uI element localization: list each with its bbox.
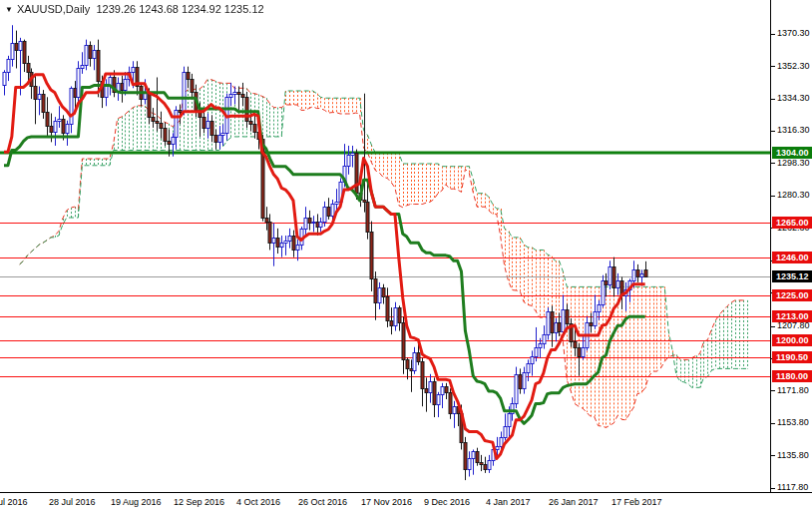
price-tick-label: 1171.80 [777,385,809,396]
date-label: 4 Jan 2017 [486,497,531,507]
price-tick-mark [771,390,775,391]
price-tick-mark [771,163,775,164]
date-label: 4 Oct 2016 [236,497,280,507]
price-level-badge: 1190.50 [772,351,812,363]
chart-title: ▼XAUUSD,Daily 1239.26 1243.68 1234.92 12… [5,3,264,15]
date-label: 9 Dec 2016 [424,497,470,507]
price-tick-label: 1135.80 [777,450,809,461]
date-label: 17 Nov 2016 [361,497,412,507]
price-level-badge: 1265.00 [772,217,812,229]
symbol-period-label: XAUUSD,Daily [17,3,90,15]
price-level-badge: 1213.00 [772,310,812,322]
price-tick-label: 1280.30 [777,190,810,201]
price-tick-mark [771,488,775,489]
price-level-badge: 1225.00 [772,289,812,301]
date-label: 26 Oct 2016 [298,497,347,507]
price-level-badge: 1246.00 [772,252,812,263]
chart-window: ▼XAUUSD,Daily 1239.26 1243.68 1234.92 12… [0,0,812,513]
price-tick-label: 1117.80 [777,482,808,493]
price-tick-label: 1352.30 [777,61,810,72]
time-axis[interactable]: 6 Jul 201628 Jul 201619 Aug 201612 Sep 2… [0,492,812,513]
price-tick-mark [771,34,775,35]
bid-price-badge: 1235.12 [772,270,812,282]
price-tick-mark [771,196,775,197]
price-tick-mark [771,455,775,456]
price-tick-label: 1298.30 [777,158,810,169]
date-label: 12 Sep 2016 [174,497,224,507]
price-tick-mark [771,131,775,132]
ohlc-label: 1239.26 1243.68 1234.92 1235.12 [96,3,263,15]
price-tick-label: 1370.30 [777,28,810,39]
date-label: 28 Jul 2016 [49,497,96,507]
date-label: 6 Jul 2016 [0,497,28,507]
date-label: 17 Feb 2017 [611,497,662,507]
price-tick-mark [771,99,775,100]
price-level-badge: 1304.00 [772,147,812,159]
price-level-badge: 1200.00 [772,334,812,346]
date-label: 26 Jan 2017 [549,497,599,507]
price-tick-label: 1153.80 [777,417,809,428]
collapse-triangle-icon[interactable]: ▼ [5,5,13,14]
price-axis[interactable]: 1370.301352.301334.301316.301298.301280.… [770,0,812,492]
price-level-badge: 1180.00 [772,370,812,382]
price-tick-mark [771,66,775,67]
price-tick-mark [771,423,775,424]
price-tick-label: 1316.30 [777,125,810,136]
chart-plot-area [0,0,770,492]
price-chart-canvas[interactable] [0,0,770,492]
price-tick-label: 1334.30 [777,93,810,104]
date-label: 19 Aug 2016 [111,497,162,507]
price-tick-mark [771,326,775,327]
